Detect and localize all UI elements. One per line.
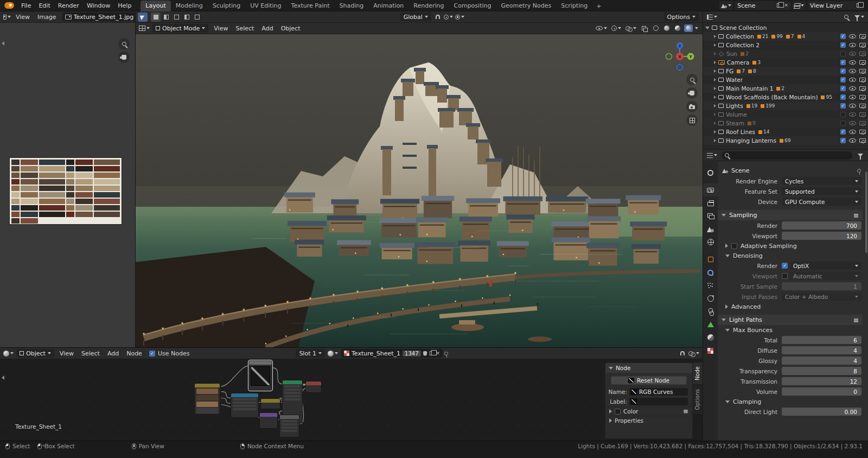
disable-render-icon[interactable] [859,60,866,65]
sidebar-tab-node[interactable]: Node [693,362,703,384]
disable-render-icon[interactable] [859,43,866,47]
shading-material-button[interactable] [673,24,682,32]
exclude-checkbox[interactable]: ✓ [840,138,846,143]
disable-render-icon[interactable] [859,104,866,108]
pin-icon[interactable] [857,169,861,173]
xray-toggle[interactable] [640,24,649,33]
menu-object[interactable]: Object [277,25,304,32]
presets-icon[interactable] [854,214,858,215]
number-field[interactable]: 12 [782,377,861,385]
dropdown-field[interactable]: Automatic [790,272,861,280]
number-field[interactable]: 8 [782,367,861,375]
max-bounces-panel-header[interactable]: Max Bounces [718,325,863,335]
snap-toggle[interactable] [678,349,687,358]
disable-render-icon[interactable] [859,86,866,91]
scrollbar[interactable] [865,171,867,253]
scene-selector[interactable]: Scene ✕ [735,1,791,10]
outliner-row-water[interactable]: Water✓ [703,75,868,84]
dropdown-field[interactable]: OptiX [790,262,861,270]
number-field[interactable]: 0 [782,387,861,396]
outliner-row-lights[interactable]: Lights19199✓ [703,101,868,110]
outliner-row-volume[interactable]: Volume [703,110,868,119]
menu-select[interactable]: Select [78,350,104,357]
disable-render-icon[interactable] [859,130,866,134]
properties-tab-particles[interactable] [703,279,718,292]
menu-select[interactable]: Select [232,25,258,32]
exclude-checkbox[interactable]: ✓ [840,34,846,39]
number-field[interactable]: 120 [782,232,861,240]
fake-user-icon[interactable] [423,351,427,356]
node-panel-header[interactable]: Node [605,363,692,373]
disclosure-icon[interactable] [714,139,716,142]
checkbox[interactable]: ✓ [782,263,788,269]
outliner-row-steam[interactable]: Steam9 [703,119,868,128]
outliner-row-hanging-lanterns[interactable]: Hanging Lanterns69✓ [703,136,868,145]
use-nodes-toggle[interactable]: ✓Use Nodes [149,350,190,357]
disclosure-icon[interactable] [714,69,716,73]
image-editor-canvas[interactable] [0,23,135,347]
pan-hand-button[interactable] [686,87,698,99]
disclosure-icon[interactable] [714,104,716,107]
dropdown-field[interactable]: Cycles [782,177,861,185]
editor-type-button[interactable] [2,12,12,22]
properties-tab-data[interactable] [703,318,718,331]
outliner-row-main-mountain-1[interactable]: Main Mountain 12✓ [703,84,868,93]
hide-eye-icon[interactable] [849,86,856,91]
hide-eye-icon[interactable] [849,112,856,117]
transform-orientation-dropdown[interactable]: Global [400,12,431,21]
outliner-row-collection-2[interactable]: Collection 2✓ [703,41,868,49]
outliner-row-collection[interactable]: Collection219974✓ [703,32,868,41]
add-workspace-button[interactable]: + [592,1,605,11]
editor-type-button[interactable] [706,12,718,22]
ortho-toggle-button[interactable] [686,114,698,126]
workspace-tab-uv-editing[interactable]: UV Editing [245,1,286,11]
browse-scene-button[interactable] [719,1,733,10]
shader-node[interactable] [231,393,259,418]
checkbox[interactable] [782,273,788,279]
disable-render-icon[interactable] [859,121,866,125]
properties-tab-viewlayer[interactable] [703,209,718,222]
hide-eye-icon[interactable] [849,130,856,134]
tool-option-1[interactable] [151,12,161,22]
exclude-checkbox[interactable]: ✓ [840,103,846,109]
slot-dropdown[interactable]: Slot 1 [296,349,325,358]
properties-filter-button[interactable] [856,151,865,160]
checkbox[interactable] [731,243,737,249]
outliner-row-roof-lines[interactable]: Roof Lines14✓ [703,128,868,136]
disable-render-icon[interactable] [859,112,866,117]
dropdown-field[interactable]: Supported [782,187,861,195]
clamping-panel-header[interactable]: Clamping [718,397,863,406]
number-field[interactable]: 0.00 [782,408,861,416]
properties-tab-physics[interactable] [703,292,718,305]
presets-icon[interactable] [684,410,688,411]
shading-solid-button[interactable] [662,24,671,32]
exclude-checkbox[interactable] [840,51,846,56]
number-field[interactable]: 700 [782,221,861,230]
disclosure-icon[interactable] [714,52,716,55]
hide-eye-icon[interactable] [849,43,856,47]
exclude-checkbox[interactable]: ✓ [840,68,846,74]
workspace-tab-layout[interactable]: Layout [141,1,170,11]
light-paths-panel-header[interactable]: Light Paths [718,315,863,325]
pan-hand-button[interactable] [118,52,130,63]
exclude-checkbox[interactable]: ✓ [840,42,846,48]
workspace-tab-modeling[interactable]: Modeling [171,1,208,11]
workspace-tab-geometry-nodes[interactable]: Geometry Nodes [496,1,556,11]
unlink-icon[interactable]: ✕ [436,351,441,356]
shading-wireframe-button[interactable] [652,24,660,32]
snap-settings-dropdown[interactable] [443,12,454,22]
outliner-search-button[interactable] [841,12,851,22]
tool-option-4[interactable] [182,12,192,22]
outliner-row-wood-scaffolds-back-mountain[interactable]: Wood Scaffolds (Back Mountain)95✓ [703,93,868,101]
hide-eye-icon[interactable] [849,138,856,143]
denoising-panel-header[interactable]: Denoising [718,251,863,260]
new-scene-icon[interactable] [777,3,781,8]
node-name-field[interactable]: RGB Curves [629,388,688,396]
properties-tab-tool[interactable] [703,166,718,179]
disclosure-icon[interactable] [714,78,716,81]
pin-icon[interactable] [444,352,448,355]
hide-eye-icon[interactable] [849,121,856,125]
color-panel-header[interactable]: Color [605,406,692,416]
disable-render-icon[interactable] [859,52,866,56]
shader-node[interactable] [259,412,278,429]
